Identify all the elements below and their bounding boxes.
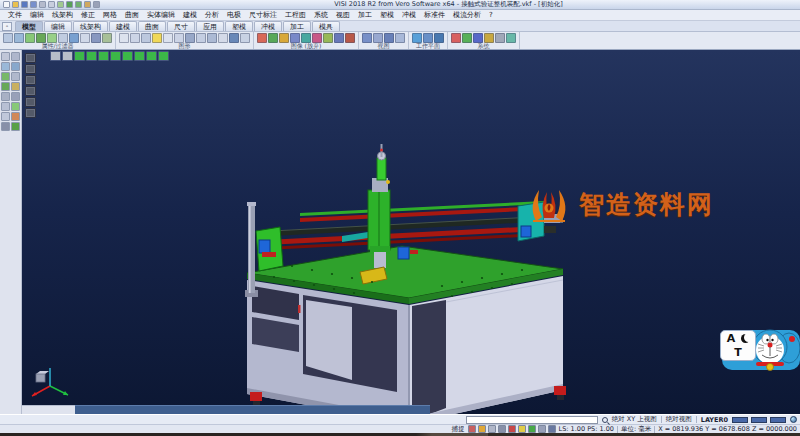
spin-right-icon[interactable]	[122, 51, 133, 61]
viewport-bottom-bar[interactable]	[75, 405, 430, 414]
view-top-icon[interactable]	[62, 51, 73, 61]
tag-icon[interactable]	[91, 33, 101, 43]
menu-item[interactable]: 模流分析	[449, 10, 485, 20]
dock-views-icon[interactable]	[25, 75, 36, 85]
ribbon-tab[interactable]: 应用	[196, 21, 224, 31]
line-icon[interactable]	[11, 92, 20, 101]
save-all-icon[interactable]	[30, 1, 37, 8]
ribbon-tab[interactable]: 塑模	[225, 21, 253, 31]
print-icon[interactable]	[39, 1, 46, 8]
snap-settings-icon[interactable]	[548, 425, 556, 433]
image-redline-icon[interactable]	[257, 33, 267, 43]
snap-intersect-icon[interactable]	[508, 425, 516, 433]
viewport-3d[interactable]: 智造资料网	[22, 50, 800, 414]
zoom-window-icon[interactable]	[185, 33, 195, 43]
open-file-icon[interactable]	[12, 1, 19, 8]
menu-item[interactable]: 工程图	[281, 10, 310, 20]
profile-icon[interactable]	[462, 33, 472, 43]
menu-item[interactable]: 曲面	[121, 10, 143, 20]
menu-item[interactable]: 尺寸标注	[245, 10, 281, 20]
attribute-icon[interactable]	[3, 33, 13, 43]
snap-grid-icon[interactable]	[468, 425, 476, 433]
dock-history-icon[interactable]	[25, 97, 36, 107]
view-mode[interactable]: 绝对视图	[666, 415, 692, 424]
snap-mid-icon[interactable]	[488, 425, 496, 433]
menu-item[interactable]: 加工	[354, 10, 376, 20]
dynamic-rotate-icon[interactable]	[163, 33, 173, 43]
highlight-icon[interactable]	[152, 33, 162, 43]
section-view-icon[interactable]	[240, 33, 250, 43]
dock-layers-icon[interactable]	[25, 64, 36, 74]
ime-halfwidth-icon[interactable]	[741, 334, 750, 343]
arc-icon[interactable]	[11, 102, 20, 111]
ribbon-tab[interactable]: 加工	[283, 21, 311, 31]
dock-help-icon[interactable]	[25, 108, 36, 118]
snap-center-icon[interactable]	[498, 425, 506, 433]
zoom-fit-icon[interactable]	[196, 33, 206, 43]
select-icon[interactable]	[1, 52, 10, 61]
ime-panel[interactable]: A T	[720, 330, 756, 361]
visibility-icon[interactable]	[58, 33, 68, 43]
delete-icon[interactable]	[11, 112, 20, 121]
info-icon[interactable]	[495, 33, 505, 43]
active-layer[interactable]: LAYER0	[701, 416, 728, 424]
menu-item[interactable]: 网格	[99, 10, 121, 20]
view-side-icon[interactable]	[384, 33, 394, 43]
pan-icon[interactable]	[11, 72, 20, 81]
quick-select-icon[interactable]	[102, 33, 112, 43]
snap-perp-icon[interactable]	[538, 425, 546, 433]
menu-item[interactable]: 修正	[77, 10, 99, 20]
select-window-icon[interactable]	[11, 52, 20, 61]
menu-item[interactable]: ?	[485, 11, 497, 19]
dock-model-tree-icon[interactable]	[25, 53, 36, 63]
shaded-view-icon[interactable]	[119, 33, 129, 43]
view-reference[interactable]: 绝对 XY 上视图	[612, 415, 657, 424]
ribbon-tab[interactable]: 建模	[109, 21, 137, 31]
ime-text-mode-button[interactable]: T	[734, 346, 742, 359]
menu-item[interactable]: 分析	[201, 10, 223, 20]
ribbon-collapse-button[interactable]: -	[2, 22, 12, 31]
menu-item[interactable]: 标准件	[420, 10, 449, 20]
snap-end-icon[interactable]	[478, 425, 486, 433]
ribbon-tab[interactable]: 模型	[15, 21, 43, 31]
zoom-fit-icon[interactable]	[1, 72, 10, 81]
ribbon-tab[interactable]: 模具	[312, 21, 340, 31]
view-iso-icon[interactable]	[395, 33, 405, 43]
zoom-out-icon[interactable]	[11, 62, 20, 71]
new-file-icon[interactable]	[3, 1, 10, 8]
snap-quad-icon[interactable]	[518, 425, 526, 433]
database-icon[interactable]	[473, 33, 483, 43]
undo-icon[interactable]	[66, 1, 73, 8]
transparency-icon[interactable]	[207, 33, 217, 43]
pan-icon[interactable]	[174, 33, 184, 43]
workplane-reset-icon[interactable]	[434, 33, 444, 43]
properties-icon[interactable]	[80, 33, 90, 43]
support-icon[interactable]	[506, 33, 516, 43]
menu-item[interactable]: 实体编辑	[143, 10, 179, 20]
license-icon[interactable]	[484, 33, 494, 43]
color-filter-icon[interactable]	[25, 33, 35, 43]
view-iso-icon[interactable]	[50, 51, 61, 61]
rotate-z-icon[interactable]	[98, 51, 109, 61]
ribbon-tab[interactable]: 曲面	[138, 21, 166, 31]
measure-icon[interactable]	[11, 82, 20, 91]
menu-item[interactable]: 冲模	[398, 10, 420, 20]
rotate-icon[interactable]	[1, 82, 10, 91]
view-top-icon[interactable]	[362, 33, 372, 43]
trim-icon[interactable]	[1, 112, 10, 121]
image-discard-icon[interactable]	[279, 33, 289, 43]
rotate-x-icon[interactable]	[74, 51, 85, 61]
print-image-icon[interactable]	[312, 33, 322, 43]
print-preview-icon[interactable]	[48, 1, 55, 8]
wireframe-view-icon[interactable]	[130, 33, 140, 43]
view-front-icon[interactable]	[373, 33, 383, 43]
redo-icon[interactable]	[75, 1, 82, 8]
layer-filter-icon[interactable]	[14, 33, 24, 43]
selection-filter-icon[interactable]	[69, 33, 79, 43]
menu-item[interactable]: 电极	[223, 10, 245, 20]
ime-language-button[interactable]: A	[727, 332, 736, 345]
gallery-icon[interactable]	[334, 33, 344, 43]
spin-left-icon[interactable]	[110, 51, 121, 61]
rotate-y-icon[interactable]	[86, 51, 97, 61]
stamp-icon[interactable]	[84, 1, 91, 8]
